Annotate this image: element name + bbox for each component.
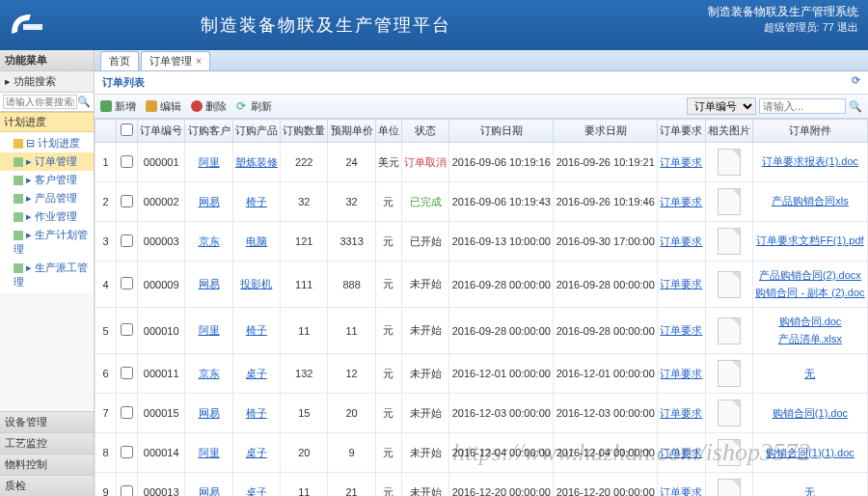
sidebar-item-5[interactable]: ▸ 生产计划管理 bbox=[0, 226, 94, 259]
customer-link[interactable]: 京东 bbox=[185, 354, 232, 394]
col-10[interactable]: 要求日期 bbox=[554, 120, 658, 143]
requirement-link[interactable]: 订单要求 bbox=[658, 262, 705, 308]
row-checkbox[interactable] bbox=[121, 155, 133, 168]
table-row[interactable]: 3000003京东电脑1213313元已开始2016-09-13 10:00:0… bbox=[95, 222, 868, 262]
edit-button[interactable]: 编辑 bbox=[146, 99, 181, 114]
row-checkbox[interactable] bbox=[121, 406, 133, 419]
table-row[interactable]: 9000013网易桌子1121元未开始2016-12-20 00:00:0020… bbox=[95, 473, 868, 496]
table-row[interactable]: 8000014阿里桌子209元未开始2016-12-04 00:00:00201… bbox=[95, 433, 868, 473]
thumbnail[interactable] bbox=[718, 188, 741, 215]
row-checkbox[interactable] bbox=[121, 195, 133, 207]
product-link[interactable]: 电脑 bbox=[232, 222, 280, 262]
attachment-link[interactable]: 产品清单.xlsx bbox=[778, 333, 842, 344]
attachment-link[interactable]: 产品购销合同xls bbox=[772, 195, 848, 207]
sidebar-section-3[interactable]: 质检 bbox=[0, 475, 94, 496]
row-checkbox[interactable] bbox=[121, 277, 133, 289]
sidebar-group-plan[interactable]: 计划进度 bbox=[0, 112, 94, 132]
customer-link[interactable]: 网易 bbox=[185, 262, 232, 308]
requirement-link[interactable]: 订单要求 bbox=[658, 354, 705, 394]
sidebar-section-0[interactable]: 设备管理 bbox=[0, 411, 94, 432]
product-link[interactable]: 桌子 bbox=[232, 354, 280, 394]
tab-0[interactable]: 首页 bbox=[100, 51, 139, 70]
requirement-link[interactable]: 订单要求 bbox=[658, 308, 705, 354]
product-link[interactable]: 塑炼装修 bbox=[232, 143, 280, 182]
customer-link[interactable]: 网易 bbox=[185, 182, 232, 222]
customer-link[interactable]: 阿里 bbox=[185, 308, 232, 354]
table-row[interactable]: 5000010阿里椅子1111元未开始2016-09-28 00:00:0020… bbox=[95, 308, 868, 354]
delete-button[interactable]: 删除 bbox=[191, 99, 227, 114]
col-3[interactable]: 订购客户 bbox=[185, 120, 232, 143]
customer-link[interactable]: 阿里 bbox=[185, 433, 232, 473]
attachment-link[interactable]: 订单要求文档FF(1).pdf bbox=[756, 234, 863, 246]
customer-link[interactable]: 网易 bbox=[185, 394, 232, 433]
table-row[interactable]: 6000011京东桌子13212元未开始2016-12-01 00:00:002… bbox=[95, 354, 868, 394]
sidebar-item-0[interactable]: ⊟ 计划进度 bbox=[0, 134, 94, 152]
customer-link[interactable]: 京东 bbox=[185, 222, 232, 262]
close-icon[interactable]: × bbox=[196, 56, 202, 67]
attachment-link[interactable]: 购销合同(1).doc bbox=[773, 407, 848, 419]
thumbnail[interactable] bbox=[718, 439, 741, 466]
col-1[interactable] bbox=[117, 120, 138, 143]
attachment-link[interactable]: 购销合同 - 副本 (2).doc bbox=[755, 287, 864, 298]
sidebar-section-1[interactable]: 工艺监控 bbox=[0, 432, 94, 454]
table-row[interactable]: 1000001阿里塑炼装修22224美元订单取消2016-09-06 10:19… bbox=[95, 143, 868, 182]
customer-link[interactable]: 网易 bbox=[185, 473, 232, 496]
col-11[interactable]: 订单要求 bbox=[658, 120, 705, 143]
col-5[interactable]: 订购数量 bbox=[281, 120, 328, 143]
thumbnail[interactable] bbox=[718, 271, 741, 298]
sidebar-section-2[interactable]: 物料控制 bbox=[0, 454, 94, 475]
sidebar-item-2[interactable]: ▸ 客户管理 bbox=[0, 171, 94, 189]
product-link[interactable]: 椅子 bbox=[232, 394, 280, 433]
thumbnail[interactable] bbox=[718, 149, 741, 176]
product-link[interactable]: 椅子 bbox=[232, 308, 280, 354]
requirement-link[interactable]: 订单要求 bbox=[658, 394, 705, 433]
col-8[interactable]: 状态 bbox=[401, 120, 448, 143]
row-checkbox[interactable] bbox=[121, 367, 133, 379]
table-row[interactable]: 4000009网易投影机111888元未开始2016-09-28 00:00:0… bbox=[95, 262, 868, 308]
attachment-link[interactable]: 产品购销合同(2).docx bbox=[759, 269, 861, 281]
requirement-link[interactable]: 订单要求 bbox=[658, 433, 705, 473]
col-9[interactable]: 订购日期 bbox=[449, 120, 554, 143]
col-0[interactable] bbox=[95, 120, 117, 143]
tab-1[interactable]: 订单管理× bbox=[141, 51, 210, 70]
panel-refresh-icon[interactable]: ⟳ bbox=[852, 74, 860, 87]
add-button[interactable]: 新增 bbox=[100, 99, 136, 114]
table-row[interactable]: 7000015网易椅子1520元未开始2016-12-03 00:00:0020… bbox=[95, 394, 868, 433]
col-4[interactable]: 订购产品 bbox=[232, 120, 280, 143]
table-row[interactable]: 2000002网易椅子3232元已完成2016-09-06 10:19:4320… bbox=[95, 182, 868, 222]
filter-search-icon[interactable]: 🔍 bbox=[849, 100, 862, 113]
sidebar-item-6[interactable]: ▸ 生产派工管理 bbox=[0, 259, 94, 291]
requirement-link[interactable]: 订单要求 bbox=[658, 473, 705, 496]
product-link[interactable]: 投影机 bbox=[232, 262, 280, 308]
thumbnail[interactable] bbox=[718, 228, 741, 255]
col-12[interactable]: 相关图片 bbox=[705, 120, 752, 143]
thumbnail[interactable] bbox=[718, 317, 741, 344]
col-6[interactable]: 预期单价 bbox=[328, 120, 375, 143]
sidebar-item-3[interactable]: ▸ 产品管理 bbox=[0, 189, 94, 207]
select-all-checkbox[interactable] bbox=[121, 124, 133, 136]
function-search-input[interactable] bbox=[3, 95, 77, 109]
customer-link[interactable]: 阿里 bbox=[185, 143, 232, 182]
filter-field-select[interactable]: 订单编号 bbox=[687, 97, 756, 115]
attachment-link[interactable]: 订单要求报表(1).doc bbox=[762, 155, 858, 167]
attachment-link[interactable]: 购销合同.doc bbox=[779, 316, 842, 327]
row-checkbox[interactable] bbox=[121, 446, 133, 458]
row-checkbox[interactable] bbox=[121, 234, 133, 247]
product-link[interactable]: 椅子 bbox=[232, 182, 280, 222]
requirement-link[interactable]: 订单要求 bbox=[658, 143, 705, 182]
product-link[interactable]: 桌子 bbox=[232, 433, 280, 473]
thumbnail[interactable] bbox=[718, 479, 741, 496]
filter-input[interactable] bbox=[759, 98, 846, 114]
row-checkbox[interactable] bbox=[121, 485, 133, 496]
row-checkbox[interactable] bbox=[121, 323, 133, 336]
sidebar-item-1[interactable]: ▸ 订单管理 bbox=[0, 152, 94, 171]
col-7[interactable]: 单位 bbox=[375, 120, 401, 143]
requirement-link[interactable]: 订单要求 bbox=[658, 182, 705, 222]
search-icon[interactable]: 🔍 bbox=[77, 96, 91, 108]
product-link[interactable]: 桌子 bbox=[232, 473, 280, 496]
sidebar-item-4[interactable]: ▸ 作业管理 bbox=[0, 207, 94, 226]
col-13[interactable]: 订单附件 bbox=[752, 120, 867, 143]
refresh-button[interactable]: ⟳刷新 bbox=[236, 99, 272, 114]
attachment-link[interactable]: 购销合同(1)(1).doc bbox=[766, 447, 854, 458]
thumbnail[interactable] bbox=[718, 400, 741, 427]
